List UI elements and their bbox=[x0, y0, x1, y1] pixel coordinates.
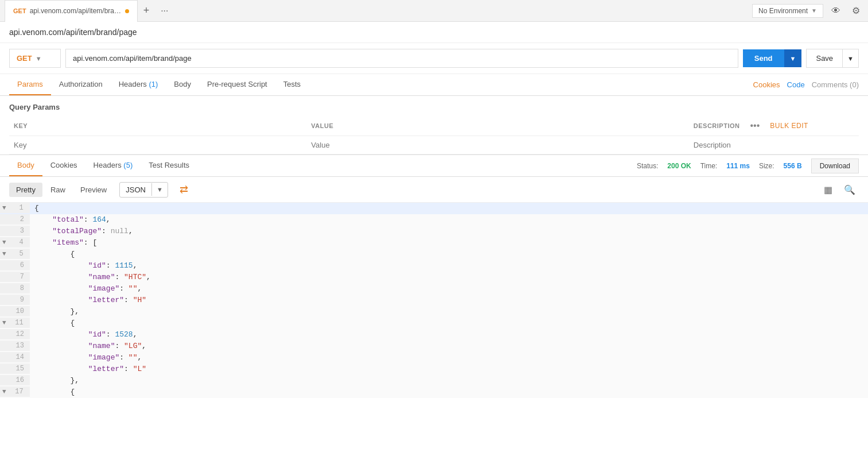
comments-link[interactable]: Comments (0) bbox=[812, 80, 859, 89]
response-tabs: Body Cookies Headers (5) Test Results St… bbox=[0, 155, 868, 177]
line-number: 8 bbox=[8, 283, 29, 293]
send-button-group: Send ▼ bbox=[743, 49, 802, 67]
code-line: ▼17 { bbox=[0, 386, 868, 398]
collapse-arrow[interactable]: ▼ bbox=[0, 239, 6, 246]
code-line: ▼11 { bbox=[0, 318, 868, 329]
request-bar: GET ▼ Send ▼ Save ▼ bbox=[0, 43, 868, 74]
value-input[interactable] bbox=[311, 138, 684, 152]
code-area: ▼1{2 "total": 164,3 "totalPage": null,▼4… bbox=[0, 203, 868, 398]
code-line: 9 "letter": "H" bbox=[0, 295, 868, 306]
tab-body[interactable]: Body bbox=[166, 74, 199, 95]
line-content: }, bbox=[30, 375, 868, 386]
resp-tab-body[interactable]: Body bbox=[9, 155, 42, 176]
line-content: { bbox=[30, 386, 868, 397]
format-right: ▦ 🔍 bbox=[820, 182, 859, 198]
eye-icon[interactable]: 👁 bbox=[828, 3, 844, 18]
method-chevron: ▼ bbox=[36, 55, 42, 62]
query-params-section: Query Params KEY VALUE DESCRIPTION ••• B… bbox=[0, 96, 868, 154]
line-content: "image": "", bbox=[30, 283, 868, 294]
line-content: "name": "LG", bbox=[30, 341, 868, 351]
req-tabs-right: Cookies Code Comments (0) bbox=[753, 80, 859, 89]
param-row-empty bbox=[9, 136, 859, 154]
raw-button[interactable]: Raw bbox=[44, 183, 72, 197]
url-input[interactable] bbox=[65, 49, 738, 68]
headers-count: (1) bbox=[149, 80, 158, 88]
line-number: 12 bbox=[8, 329, 29, 339]
more-tabs-button[interactable]: ··· bbox=[155, 2, 174, 20]
send-dropdown-button[interactable]: ▼ bbox=[784, 49, 802, 67]
bulk-edit-button[interactable]: Bulk Edit bbox=[770, 122, 808, 130]
description-input[interactable] bbox=[694, 138, 854, 152]
resp-tab-cookies[interactable]: Cookies bbox=[42, 155, 85, 176]
download-button[interactable]: Download bbox=[811, 159, 859, 173]
resp-tab-headers[interactable]: Headers (5) bbox=[85, 155, 141, 176]
line-content: "items": [ bbox=[30, 237, 868, 248]
query-params-title: Query Params bbox=[9, 103, 859, 111]
code-line: ▼4 "items": [ bbox=[0, 237, 868, 249]
cookies-link[interactable]: Cookies bbox=[753, 80, 780, 89]
tab-pre-request-script[interactable]: Pre-request Script bbox=[199, 74, 275, 95]
copy-button[interactable]: ▦ bbox=[820, 182, 836, 198]
collapse-arrow[interactable]: ▼ bbox=[0, 204, 6, 211]
code-line: 7 "name": "HTC", bbox=[0, 272, 868, 283]
save-button[interactable]: Save bbox=[806, 49, 843, 68]
code-line: 14 "image": "", bbox=[0, 352, 868, 364]
active-tab[interactable]: GET api.venom.com/api/item/brand/ bbox=[5, 0, 138, 22]
code-link[interactable]: Code bbox=[787, 80, 805, 89]
settings-icon[interactable]: ⚙ bbox=[848, 3, 863, 18]
line-number: 1 bbox=[7, 203, 28, 213]
env-chevron: ▼ bbox=[811, 7, 817, 14]
tab-tests[interactable]: Tests bbox=[275, 74, 309, 95]
line-number: 7 bbox=[8, 272, 29, 282]
send-button[interactable]: Send bbox=[743, 49, 784, 67]
tab-params[interactable]: Params bbox=[9, 74, 51, 95]
size-label: Size: bbox=[759, 162, 774, 170]
save-button-group: Save ▼ bbox=[806, 49, 859, 68]
new-tab-button[interactable]: + bbox=[138, 1, 155, 20]
line-content: "total": 164, bbox=[30, 214, 868, 225]
key-column-header: KEY bbox=[9, 116, 306, 136]
format-value: JSON bbox=[120, 183, 151, 197]
code-line: 15 "letter": "L" bbox=[0, 364, 868, 375]
code-line: 3 "totalPage": null, bbox=[0, 226, 868, 237]
environment-selector[interactable]: No Environment ▼ bbox=[752, 4, 823, 18]
save-dropdown-button[interactable]: ▼ bbox=[843, 49, 859, 68]
resp-tabs-right: Status: 200 OK Time: 111 ms Size: 556 B … bbox=[637, 159, 859, 173]
collapse-arrow[interactable]: ▼ bbox=[0, 250, 6, 257]
tab-url: api.venom.com/api/item/brand/ bbox=[30, 7, 122, 15]
wrap-button[interactable]: ⇄ bbox=[174, 180, 194, 199]
size-value: 556 B bbox=[784, 162, 802, 170]
line-number: 9 bbox=[8, 295, 29, 305]
resp-tab-test-results[interactable]: Test Results bbox=[141, 155, 197, 176]
url-title: api.venom.com/api/item/brand/page bbox=[0, 22, 868, 43]
resp-headers-count: (5) bbox=[123, 161, 133, 169]
collapse-arrow[interactable]: ▼ bbox=[0, 319, 6, 326]
format-select-group: JSON ▼ bbox=[119, 182, 168, 198]
env-label: No Environment bbox=[758, 7, 808, 15]
pretty-button[interactable]: Pretty bbox=[9, 183, 42, 197]
tab-authorization[interactable]: Authorization bbox=[51, 74, 111, 95]
line-number: 2 bbox=[8, 214, 29, 225]
status-value: 200 OK bbox=[667, 162, 691, 170]
tab-headers[interactable]: Headers (1) bbox=[111, 74, 166, 95]
tab-method: GET bbox=[13, 7, 26, 14]
code-line: 10 }, bbox=[0, 306, 868, 318]
params-more-button[interactable]: ••• bbox=[746, 119, 763, 132]
tab-unsaved-dot bbox=[125, 9, 129, 13]
line-number: 6 bbox=[8, 260, 29, 270]
time-value: 111 ms bbox=[726, 162, 750, 170]
line-content: "totalPage": null, bbox=[30, 226, 868, 237]
line-number: 15 bbox=[8, 364, 29, 374]
top-right-controls: No Environment ▼ 👁 ⚙ bbox=[752, 3, 863, 18]
collapse-arrow[interactable]: ▼ bbox=[0, 388, 6, 395]
line-content: { bbox=[30, 249, 868, 260]
line-number: 4 bbox=[7, 237, 28, 248]
code-line: ▼5 { bbox=[0, 249, 868, 260]
key-input[interactable] bbox=[14, 138, 302, 152]
search-button[interactable]: 🔍 bbox=[840, 182, 859, 198]
format-dropdown-button[interactable]: ▼ bbox=[151, 183, 168, 196]
status-label: Status: bbox=[637, 162, 658, 170]
method-dropdown[interactable]: GET ▼ bbox=[9, 49, 61, 68]
method-value: GET bbox=[17, 54, 32, 63]
preview-button[interactable]: Preview bbox=[73, 183, 114, 197]
